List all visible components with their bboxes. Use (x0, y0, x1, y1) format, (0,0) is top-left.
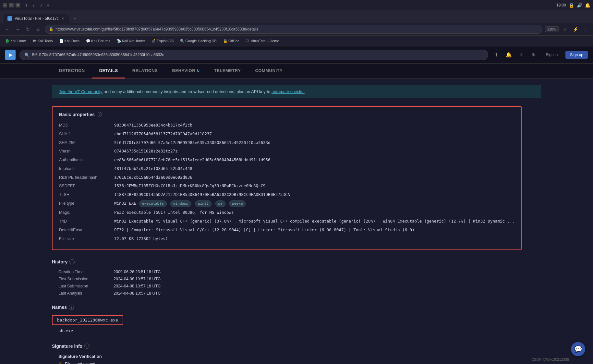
vt-header: ▶ 🔍 5f6d170fc8f707d66f57a6e47d9095983e63… (0, 46, 593, 64)
bookmark-kali-nethunter[interactable]: 📡 Kali NetHunter (114, 38, 148, 44)
tab-community[interactable]: COMMUNITY (248, 64, 290, 79)
search-icon: 🔍 (24, 53, 30, 57)
last-analysis-value: 2024-04-08 10:57:18 UTC (114, 291, 161, 296)
tab-telemetry[interactable]: TELEMETRY (207, 64, 248, 79)
url-text: https://www.virustotal.com/gui/file/5f6d… (55, 27, 259, 31)
bookmark-label: Kali Linux (10, 39, 26, 43)
tag-pe: pe (215, 200, 225, 207)
active-tab[interactable]: V VirusTotal - File - 5f6d17c ✕ (3, 14, 69, 23)
tab-detection[interactable]: DETECTION (52, 64, 92, 79)
rich-pe-header-hash-label: Rich PE header hash (59, 175, 108, 181)
exploit-db-icon: 💣 (151, 39, 155, 43)
last-analysis-label: Last Analysis (58, 291, 107, 296)
creation-time-value: 2009-06-26 23:51:18 UTC (114, 270, 161, 274)
vt-nav: DETECTION DETAILS RELATIONS BEHAVIOR ↻ T… (0, 64, 593, 79)
bookmark-kali-linux[interactable]: 🐉 Kali Linux (3, 38, 29, 44)
history-info-icon[interactable]: i (69, 259, 75, 264)
last-submission-label: Last Submission (58, 284, 107, 288)
maximize-icon[interactable]: □ (9, 3, 14, 7)
title-bar-icons: ─ □ ✕ (3, 3, 20, 7)
trid-label: TrID (59, 218, 108, 224)
sha1-label: SHA-1 (59, 131, 108, 137)
signup-button[interactable]: Sign up (565, 51, 588, 59)
detectiteasy-value: PE32 | Compiler: Microsoft Visual C/C++ … (114, 227, 415, 233)
names-info-icon[interactable]: i (69, 305, 74, 310)
help-icon[interactable]: ? (517, 50, 526, 59)
signature-info-section: Signature info i Signature Verification … (52, 344, 541, 364)
file-type-row: File type Win32 EXE executable windows w… (59, 200, 514, 207)
new-tab-button[interactable]: + (70, 14, 79, 23)
file-size-label: File size (59, 236, 108, 242)
address-bar[interactable]: 🔒 https://www.virustotal.com/gui/file/5f… (45, 25, 542, 34)
rich-pe-header-hash-value: a7016ce5cb15a8644d2a00d0e692d936 (114, 175, 192, 181)
back-button[interactable]: ← (3, 25, 11, 33)
settings-icon[interactable]: ☀ (529, 50, 538, 59)
bookmark-exploit-db[interactable]: 💣 Exploit-DB (149, 38, 176, 44)
bookmark-label: Kali NetHunter (122, 39, 145, 43)
signature-info-icon[interactable]: i (84, 344, 90, 349)
basic-properties-section: Basic properties i MD5 983004711350953ee… (52, 106, 541, 250)
minimize-icon[interactable]: ─ (3, 3, 7, 7)
basic-properties-title: Basic properties i (59, 112, 514, 117)
history-title: History i (52, 259, 541, 264)
bookmarks-bar: 🐉 Kali Linux 🛠 Kali Tools 📄 Kali Docs 💬 … (0, 36, 593, 46)
basic-properties-box: Basic properties i MD5 983004711350953ee… (52, 106, 522, 250)
title-bar: ─ □ ✕ 1 2 3 4 19:09 🔒 🔊 🔔 (0, 0, 593, 10)
reload-button[interactable]: ↻ (24, 25, 32, 33)
vt-content: Join the VT Community and enjoy addition… (0, 79, 593, 364)
watermark: CSDN @Wxc20212308 (531, 358, 569, 361)
tag-peexe: peexe (229, 200, 246, 207)
ssdeep-row: SSDEEP 1536:JFWBgI1R5ZCHOvCCtRpJzjDMb+KR… (59, 183, 514, 189)
join-vt-community-link[interactable]: Join the VT Community (59, 89, 103, 94)
bookmark-kali-tools[interactable]: 🛠 Kali Tools (30, 38, 55, 44)
names-section: Names i backdoor_20212308wxc.exe ab.exe (52, 305, 541, 334)
tag-win32: win32 (195, 200, 212, 207)
tab-relations[interactable]: RELATIONS (125, 64, 165, 79)
bookmark-kali-forums[interactable]: 💬 Kali Forums (83, 38, 113, 44)
signature-warning-row: ⚠ File is not signed (52, 361, 541, 364)
imphash-label: Imphash (59, 166, 108, 172)
file-size-value: 72.07 KB (73802 bytes) (114, 236, 168, 242)
upload-icon[interactable]: ⬆ (492, 50, 501, 59)
magic-row: Magic PE32 executable (GUI) Intel 80386,… (59, 210, 514, 216)
imphash-value: 481f47bbb2c9c21e108d65f52b04c448 (114, 166, 192, 172)
warning-icon: ⚠ (58, 361, 62, 364)
search-input[interactable]: 5f6d170fc8f707d66f57a6e47d9095983e635c33… (32, 53, 483, 57)
tlsh-label: TLSH (59, 192, 108, 198)
authentihash-value: ee83c686a0b6f877718eb76ee5cf515a1ede2d05… (114, 157, 271, 163)
vt-search-bar[interactable]: 🔍 5f6d170fc8f707d66f57a6e47d9095983e635c… (19, 50, 488, 60)
automate-checks-link[interactable]: automate checks. (272, 89, 305, 94)
basic-properties-info-icon[interactable]: i (97, 112, 102, 117)
names-title: Names i (52, 305, 541, 310)
imphash-row: Imphash 481f47bbb2c9c21e108d65f52b04c448 (59, 166, 514, 172)
sha256-value: 5f6d170fc8f707d66f57a6e47d9095983e635c33… (114, 140, 271, 146)
signin-button[interactable]: Sign in (541, 51, 563, 59)
detectiteasy-label: DetectItEasy (59, 227, 108, 233)
close-icon[interactable]: ✕ (16, 3, 20, 7)
bookmark-virustotal-home[interactable]: 🛡 VirusTotal - Home (243, 38, 282, 44)
chat-bubble-button[interactable]: 💬 (571, 342, 585, 356)
trid-value: Win32 Executable MS Visual C++ (generic)… (114, 218, 514, 224)
menu-icon[interactable]: ⋮ (582, 25, 590, 33)
extensions-icon[interactable]: ⚡ (572, 25, 579, 33)
bookmark-offsec[interactable]: 🔓 OffSec (221, 38, 242, 44)
kali-forums-icon: 💬 (86, 39, 90, 43)
tab-behavior[interactable]: BEHAVIOR ↻ (165, 64, 207, 79)
bookmark-label: Kali Tools (38, 39, 53, 43)
home-button[interactable]: ⌂ (34, 25, 42, 33)
tab-close-button[interactable]: ✕ (61, 17, 64, 21)
header-actions: ⬆ 🔔 ? ☀ Sign in Sign up (492, 50, 588, 59)
history-section: History i Creation Time 2009-06-26 23:51… (52, 259, 541, 296)
tlsh-value: T18873BF82D9C01435D2A2127D1BB53DB64970F5… (114, 192, 290, 198)
rich-pe-header-hash-row: Rich PE header hash a7016ce5cb15a8644d2a… (59, 175, 514, 181)
forward-button[interactable]: → (14, 25, 21, 33)
bookmark-star-icon[interactable]: ☆ (561, 25, 569, 33)
bookmark-kali-docs[interactable]: 📄 Kali Docs (57, 38, 82, 44)
authentihash-label: Authentihash (59, 157, 108, 163)
bookmark-google-hacking[interactable]: 🔍 Google Hacking DB (177, 38, 219, 44)
tab-title: VirusTotal - File - 5f6d17c (15, 16, 59, 21)
creation-time-row: Creation Time 2009-06-26 23:51:18 UTC (52, 270, 541, 274)
kali-docs-icon: 📄 (59, 39, 63, 43)
tab-details[interactable]: DETAILS (92, 64, 125, 79)
notifications-icon[interactable]: 🔔 (504, 50, 514, 59)
